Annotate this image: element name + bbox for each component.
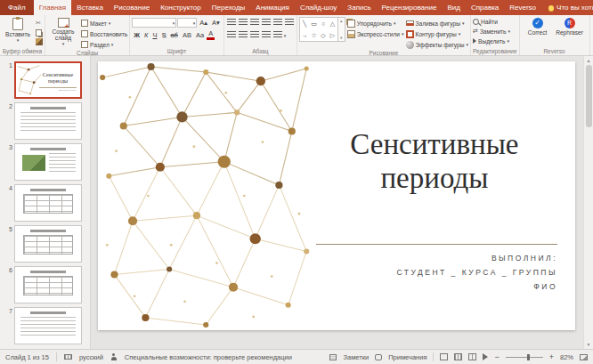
- quick-styles-button[interactable]: Экспресс-стили ▾: [347, 29, 404, 38]
- slide-subtitle[interactable]: ВЫПОЛНИЛ: СТУДЕНТ _ КУРСА _ ГРУППЫ ФИО: [396, 251, 557, 294]
- shape-diamond-icon[interactable]: ◇: [321, 31, 325, 40]
- slide-title[interactable]: Сенситивные периоды: [308, 127, 561, 195]
- shape-arrow-icon[interactable]: →: [302, 31, 308, 40]
- language-label[interactable]: русский: [79, 353, 103, 361]
- tab-design[interactable]: Конструктор: [155, 0, 207, 15]
- zoom-level[interactable]: 82%: [560, 353, 573, 361]
- tab-home[interactable]: Главная: [34, 0, 71, 15]
- format-painter-icon[interactable]: [36, 38, 43, 45]
- tab-transitions[interactable]: Переходы: [207, 0, 251, 15]
- shape-ellipse-icon[interactable]: ○: [321, 20, 325, 28]
- scroll-down-icon[interactable]: ▼: [587, 342, 591, 347]
- shapes-gallery[interactable]: ╲ ▭ ○ △ → ☆ ◇ ▷: [299, 17, 338, 42]
- reset-button[interactable]: Восстановить: [81, 29, 127, 38]
- bold-button[interactable]: Ж: [132, 30, 142, 40]
- shape-fill-button[interactable]: Заливка фигуры ▾: [406, 19, 468, 28]
- tab-record[interactable]: Запись: [342, 0, 376, 15]
- underline-button[interactable]: Ч: [150, 30, 158, 40]
- accessibility-label[interactable]: Специальные возможности: проверьте реком…: [125, 353, 292, 361]
- align-left-icon[interactable]: [227, 31, 236, 39]
- text-direction-icon[interactable]: [285, 19, 294, 27]
- shape-rectangle-icon[interactable]: ▭: [311, 20, 317, 28]
- font-name-select[interactable]: ▾: [132, 18, 176, 28]
- slide-thumbnail[interactable]: [14, 225, 82, 263]
- slide-thumbnail[interactable]: [14, 143, 82, 181]
- paste-button[interactable]: Вставить ▾: [2, 17, 34, 42]
- slideshow-button[interactable]: [483, 353, 488, 360]
- arrange-button[interactable]: Упорядочить ▾: [347, 19, 404, 28]
- find-button[interactable]: Найти: [473, 17, 498, 26]
- tab-insert[interactable]: Вставка: [71, 0, 109, 15]
- grow-font-button[interactable]: А▴: [198, 18, 209, 28]
- scroll-up-icon[interactable]: ▲: [587, 58, 591, 63]
- shape-star-icon[interactable]: ☆: [311, 31, 316, 40]
- slide-thumbnail[interactable]: [14, 102, 82, 140]
- increase-indent-icon[interactable]: [262, 19, 271, 27]
- zoom-slider-thumb[interactable]: [527, 354, 530, 360]
- notes-icon[interactable]: [329, 354, 337, 360]
- zoom-out-button[interactable]: −: [494, 353, 499, 360]
- shape-effects-button[interactable]: Эффекты фигуры ▾: [406, 40, 468, 49]
- comments-button[interactable]: Примечания: [388, 353, 426, 361]
- slide-thumbnail[interactable]: [14, 307, 82, 344]
- chevron-down-icon: ▾: [109, 21, 111, 25]
- font-size-select[interactable]: ▾: [177, 18, 197, 28]
- reverso-correct-button[interactable]: ✓ Correct: [525, 17, 550, 36]
- change-case-button[interactable]: Аа: [194, 30, 206, 40]
- bullets-icon[interactable]: [227, 19, 236, 27]
- tab-view[interactable]: Вид: [442, 0, 465, 15]
- tab-reverso[interactable]: Reverso: [504, 0, 541, 15]
- keyboard-language-icon[interactable]: [64, 354, 72, 360]
- tab-help[interactable]: Справка: [466, 0, 504, 15]
- tab-draw[interactable]: Рисование: [109, 0, 155, 15]
- section-button[interactable]: Раздел ▾: [81, 40, 127, 49]
- slide-canvas[interactable]: Сенситивные периоды ВЫПОЛНИЛ: СТУДЕНТ _ …: [98, 61, 575, 330]
- strikethrough-button[interactable]: аб: [168, 30, 179, 40]
- shape-triangle-icon[interactable]: △: [330, 20, 335, 28]
- tab-review[interactable]: Рецензирование: [377, 0, 443, 15]
- slide-sorter-button[interactable]: [454, 353, 462, 360]
- shape-outline-button[interactable]: Контур фигуры ▾: [406, 29, 468, 38]
- notes-button[interactable]: Заметки: [343, 353, 369, 361]
- gallery-more-icon[interactable]: ▼: [339, 36, 343, 40]
- vertical-scrollbar[interactable]: ▲ ▼: [583, 56, 593, 349]
- fit-slide-button[interactable]: [580, 354, 588, 360]
- cut-icon[interactable]: ✂: [36, 19, 43, 28]
- justify-icon[interactable]: [262, 31, 271, 39]
- align-right-icon[interactable]: [250, 31, 259, 39]
- text-shadow-button[interactable]: S: [159, 30, 167, 40]
- replace-button[interactable]: ⇄ Заменить ▾: [473, 27, 510, 36]
- font-color-button[interactable]: А: [207, 30, 215, 40]
- scrollbar-thumb[interactable]: [586, 65, 592, 127]
- numbering-icon[interactable]: [239, 19, 248, 27]
- slide-thumbnail-selected[interactable]: Сенситивные периоды ВЫПОЛНИЛ:: [14, 61, 82, 99]
- copy-icon[interactable]: [36, 29, 42, 36]
- shape-line-icon[interactable]: ╲: [303, 20, 306, 28]
- tab-animations[interactable]: Анимация: [250, 0, 295, 15]
- accessibility-icon[interactable]: [110, 353, 118, 360]
- columns-icon[interactable]: [273, 31, 282, 39]
- align-center-icon[interactable]: [239, 31, 248, 39]
- reverso-rephrase-button[interactable]: R Rephraser: [556, 17, 584, 36]
- shapes-gallery-scroll[interactable]: ▲ ▼: [338, 17, 345, 42]
- zoom-slider[interactable]: [506, 357, 543, 358]
- zoom-in-button[interactable]: +: [549, 353, 554, 360]
- scroll-up-icon[interactable]: ▲: [339, 19, 343, 23]
- decrease-indent-icon[interactable]: [250, 19, 259, 27]
- normal-view-button[interactable]: [440, 353, 448, 360]
- shape-callout-icon[interactable]: ▷: [330, 31, 335, 40]
- reading-view-button[interactable]: [468, 353, 476, 360]
- line-spacing-icon[interactable]: [273, 19, 282, 27]
- tab-file[interactable]: Файл: [0, 0, 34, 15]
- select-button[interactable]: Выделить ▾: [473, 36, 509, 45]
- tell-me-search[interactable]: Что вы хотите сделать?: [548, 0, 593, 15]
- character-spacing-button[interactable]: АВ: [181, 30, 193, 40]
- italic-button[interactable]: К: [142, 30, 150, 40]
- slide-thumbnail[interactable]: [14, 184, 82, 222]
- layout-button[interactable]: Макет ▾: [81, 19, 127, 28]
- slide-thumbnail[interactable]: [14, 266, 82, 303]
- tab-slideshow[interactable]: Слайд-шоу: [295, 0, 342, 15]
- comments-icon[interactable]: [375, 354, 382, 360]
- shrink-font-button[interactable]: А▾: [210, 18, 222, 28]
- new-slide-button[interactable]: Создать слайд ▾: [47, 17, 79, 45]
